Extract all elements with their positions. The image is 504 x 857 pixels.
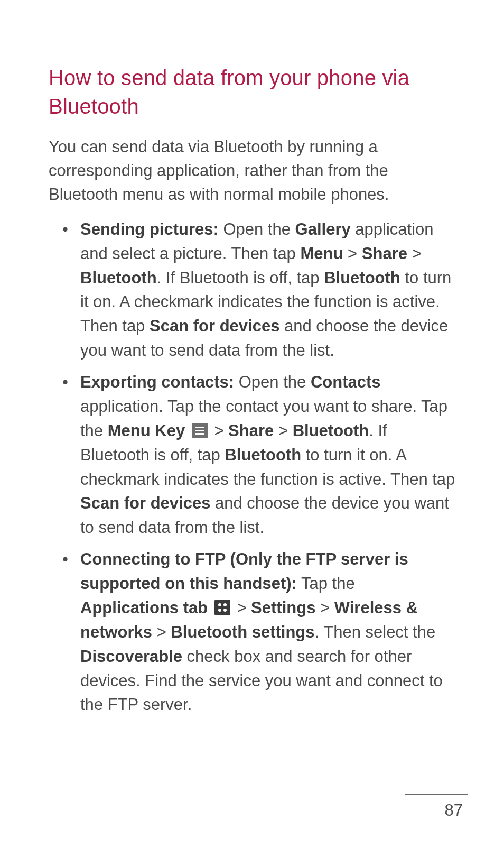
svg-point-6 <box>223 603 227 606</box>
text: > <box>407 244 422 263</box>
footer-rule <box>405 794 468 795</box>
list-item: Exporting contacts: Open the Contacts ap… <box>80 370 456 540</box>
svg-point-7 <box>218 609 221 612</box>
text: . If Bluetooth is off, tap <box>157 269 324 287</box>
scan-label: Scan for devices <box>80 494 210 512</box>
item-lead: Exporting contacts: <box>80 373 234 391</box>
intro-paragraph: You can send data via Bluetooth by runni… <box>49 135 456 207</box>
text: > <box>343 244 361 263</box>
text: Open the <box>234 373 311 391</box>
gallery-label: Gallery <box>295 220 351 238</box>
menu-key-label: Menu Key <box>108 421 185 440</box>
text: . Then select the <box>315 623 436 641</box>
text: Open the <box>219 220 295 238</box>
manual-page: How to send data from your phone via Blu… <box>0 0 504 857</box>
instruction-list: Sending pictures: Open the Gallery appli… <box>49 217 456 717</box>
settings-label: Settings <box>251 598 315 617</box>
applications-tab-icon <box>214 600 230 615</box>
share-label: Share <box>362 244 407 263</box>
svg-point-5 <box>218 603 221 606</box>
text: > <box>232 598 251 617</box>
menu-key-icon <box>192 423 208 438</box>
share-label: Share <box>228 421 274 440</box>
page-title: How to send data from your phone via Blu… <box>49 63 456 121</box>
discoverable-label: Discoverable <box>80 647 182 666</box>
svg-rect-4 <box>214 600 230 615</box>
page-number: 87 <box>445 801 463 820</box>
svg-rect-1 <box>195 427 204 428</box>
item-lead: Sending pictures: <box>80 220 219 238</box>
bluetooth-label: Bluetooth <box>324 269 400 287</box>
contacts-label: Contacts <box>311 373 381 391</box>
menu-label: Menu <box>300 244 343 263</box>
bluetooth-settings-label: Bluetooth settings <box>171 623 314 641</box>
svg-rect-3 <box>195 433 204 435</box>
bluetooth-label: Bluetooth <box>293 421 369 440</box>
bluetooth-label: Bluetooth <box>225 446 301 464</box>
text: > <box>274 421 292 440</box>
bluetooth-label: Bluetooth <box>80 269 157 287</box>
text: > <box>210 421 228 440</box>
svg-rect-2 <box>195 430 204 431</box>
item-lead: Connecting to FTP (Only the FTP server i… <box>80 550 408 593</box>
text: > <box>315 598 334 617</box>
text: Tap the <box>297 574 355 593</box>
list-item: Connecting to FTP (Only the FTP server i… <box>80 547 456 717</box>
applications-tab-label: Applications tab <box>80 598 208 617</box>
svg-point-8 <box>223 609 227 612</box>
scan-label: Scan for devices <box>150 317 279 335</box>
list-item: Sending pictures: Open the Gallery appli… <box>80 217 456 363</box>
text: > <box>152 623 171 641</box>
